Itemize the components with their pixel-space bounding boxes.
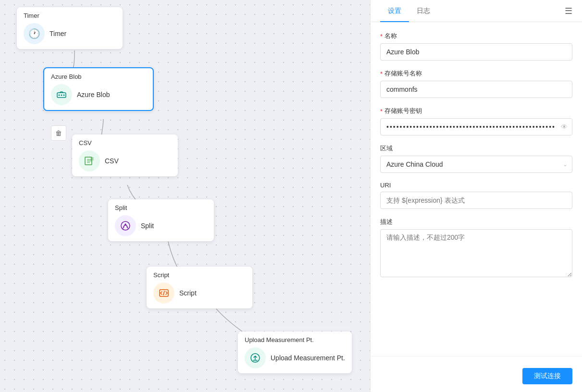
- storage-account-group: * 存储账号名称: [380, 69, 572, 98]
- upload-title: Upload Measurement Pt.: [245, 336, 345, 343]
- delete-button[interactable]: 🗑: [51, 125, 66, 141]
- uri-group: URI: [380, 182, 572, 209]
- split-title: Split: [115, 204, 207, 211]
- csv-label: CSV: [105, 157, 119, 165]
- timer-icon: 🕐: [24, 23, 45, 44]
- node-csv[interactable]: CSV CSV: [72, 135, 178, 176]
- timer-label: Timer: [50, 30, 66, 37]
- storage-key-input[interactable]: [380, 118, 572, 135]
- split-icon: [115, 215, 136, 236]
- azure-blob-label: Azure Blob: [77, 91, 110, 98]
- upload-icon: [245, 347, 266, 368]
- storage-account-input[interactable]: [380, 81, 572, 98]
- node-azure-blob[interactable]: Azure Blob Azure Blob: [43, 67, 154, 111]
- uri-input[interactable]: [380, 192, 572, 209]
- name-label: * 名称: [380, 32, 572, 40]
- region-select-wrapper: Azure China Cloud Azure Global Azure Gov…: [380, 156, 572, 173]
- upload-label: Upload Measurement Pt.: [271, 354, 345, 362]
- tab-logs[interactable]: 日志: [409, 0, 438, 22]
- region-select[interactable]: Azure China Cloud Azure Global Azure Gov…: [380, 156, 572, 173]
- region-group: 区域 Azure China Cloud Azure Global Azure …: [380, 144, 572, 173]
- eye-icon[interactable]: 👁: [561, 123, 568, 131]
- storage-key-label: * 存储账号密钥: [380, 107, 572, 115]
- node-script[interactable]: Script Script: [147, 267, 252, 308]
- script-title: Script: [153, 271, 246, 279]
- form-content: * 名称 * 存储账号名称 * 存储账号密钥 👁: [371, 22, 582, 356]
- uri-label: URI: [380, 182, 572, 189]
- storage-key-wrapper: 👁: [380, 118, 572, 135]
- tab-settings[interactable]: 设置: [380, 0, 409, 22]
- node-timer[interactable]: Timer 🕐 Timer: [17, 7, 123, 49]
- tab-bar: 设置 日志 ☰: [371, 0, 582, 22]
- script-icon: [153, 282, 174, 304]
- svg-point-2: [59, 95, 60, 96]
- timer-title: Timer: [24, 12, 116, 19]
- region-label: 区域: [380, 144, 572, 153]
- description-label: 描述: [380, 218, 572, 226]
- storage-account-label: * 存储账号名称: [380, 69, 572, 78]
- menu-icon[interactable]: ☰: [565, 6, 572, 16]
- azure-blob-title: Azure Blob: [51, 73, 146, 80]
- svg-rect-6: [90, 157, 94, 160]
- description-group: 描述: [380, 218, 572, 279]
- storage-key-group: * 存储账号密钥 👁: [380, 107, 572, 135]
- footer-area: 测试连接: [371, 356, 582, 392]
- svg-point-3: [61, 95, 62, 96]
- description-textarea[interactable]: [380, 229, 572, 277]
- azure-blob-icon: [51, 84, 72, 105]
- svg-point-7: [121, 221, 130, 230]
- csv-title: CSV: [79, 139, 171, 147]
- name-group: * 名称: [380, 32, 572, 61]
- split-label: Split: [141, 222, 154, 230]
- script-label: Script: [179, 289, 197, 297]
- canvas[interactable]: Timer 🕐 Timer Azure Blob Azure Blob 🗑: [0, 0, 370, 392]
- trash-icon: 🗑: [55, 129, 62, 137]
- right-panel: 设置 日志 ☰ * 名称 * 存储账号名称 * 存: [370, 0, 582, 392]
- csv-icon: [79, 150, 100, 172]
- node-upload[interactable]: Upload Measurement Pt. Upload Measuremen…: [238, 331, 352, 373]
- test-connection-button[interactable]: 测试连接: [522, 368, 572, 384]
- name-input[interactable]: [380, 43, 572, 61]
- node-split[interactable]: Split Split: [108, 199, 214, 241]
- svg-point-4: [63, 95, 65, 96]
